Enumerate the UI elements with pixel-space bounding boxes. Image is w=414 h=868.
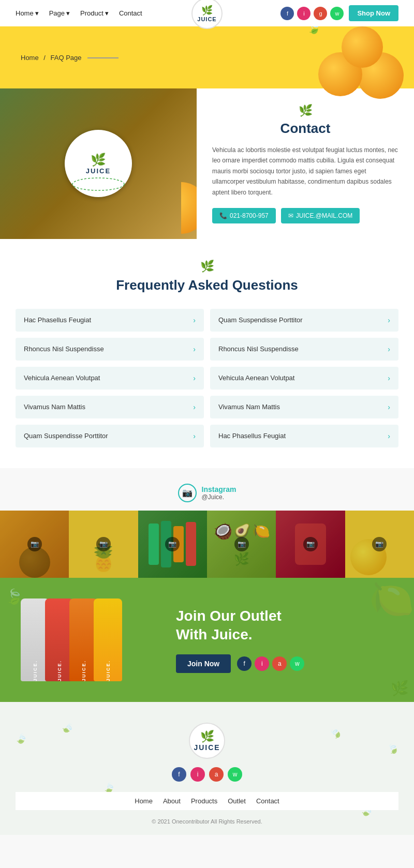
instagram-photo-6[interactable]: 📷 [345, 511, 414, 578]
breadcrumb: Home / FAQ Page [21, 54, 119, 62]
navbar: Home ▾ Page ▾ Product ▾ Contact 🌿 JUICE … [0, 0, 414, 26]
join-google-icon[interactable]: a [272, 656, 287, 671]
faq-item-left-0[interactable]: Hac Phasellus Feugiat› [16, 309, 204, 332]
svg-point-0 [72, 178, 124, 190]
footer-logo-circle: 🌿 JUICE [189, 723, 225, 759]
footer: 🍃 🍃 🍃 🍃 🍃 🍃 🍃 🍃 🌿 JUICE f i a w HomeAbou… [0, 702, 414, 835]
instagram-section: 📷 Instagram @Juice. 📷 🍍 📷 📷 🥥🥑 [0, 468, 414, 578]
footer-copyright: © 2021 Onecontributor All Rights Reserve… [16, 818, 398, 825]
juice-bottles: JUICE. JUICE. JUICE. JUICE. [21, 598, 166, 681]
shop-now-button[interactable]: Shop Now [349, 5, 398, 21]
contact-leaf-icon: 🌿 [212, 104, 398, 117]
site-logo: 🌿 JUICE [191, 0, 223, 29]
email-icon: ✉ [288, 212, 293, 219]
faq-item-right-3[interactable]: Vivamus Nam Mattis› [210, 396, 398, 418]
footer-nav-contact[interactable]: Contact [256, 797, 279, 805]
google-icon[interactable]: g [314, 7, 327, 20]
breadcrumb-current: FAQ Page [51, 54, 82, 62]
instagram-camera-icon: 📷 [27, 537, 42, 551]
instagram-photo-2[interactable]: 🍍 📷 [69, 511, 138, 578]
hero-oranges-decoration: 🍃 🌿 🍃 [300, 16, 414, 99]
bottle-label-2: JUICE. [57, 657, 62, 681]
faq-item-right-1[interactable]: Rhoncus Nisl Suspendisse› [210, 338, 398, 361]
hero-banner: Home / FAQ Page 🍃 🌿 🍃 [0, 26, 414, 88]
phone-icon: 📞 [219, 212, 227, 219]
footer-nav-outlet[interactable]: Outlet [228, 797, 246, 805]
footer-whatsapp[interactable]: w [228, 767, 242, 782]
email-button[interactable]: ✉ JUICE.@MAIL.COM [281, 208, 360, 223]
contact-description: Vehicula ac lobortis molestie est volutp… [212, 145, 398, 198]
leaf-deco-right: 🌿 [391, 680, 409, 697]
join-facebook-icon[interactable]: f [237, 656, 252, 671]
nav-home[interactable]: Home ▾ [16, 9, 39, 17]
phone-button[interactable]: 📞 Home 021-8700-957 [212, 208, 276, 223]
instagram-icon: 📷 [178, 484, 197, 502]
faq-grid: Hac Phasellus Feugiat›Quam Suspendisse P… [16, 309, 398, 447]
chevron-down-icon: ▾ [105, 9, 109, 17]
instagram-photo-1[interactable]: 📷 [0, 511, 69, 578]
faq-item-right-2[interactable]: Vehicula Aenean Volutpat› [210, 367, 398, 390]
contact-buttons: 📞 Home 021-8700-957 ✉ JUICE.@MAIL.COM [212, 208, 398, 223]
nav-page[interactable]: Page ▾ [49, 9, 70, 17]
faq-item-right-0[interactable]: Quam Suspendisse Porttitor› [210, 309, 398, 332]
faq-arrow: › [193, 374, 196, 382]
nav-right: f i g w Shop Now [280, 5, 398, 21]
faq-item-left-1[interactable]: Rhoncus Nisl Suspendisse› [16, 338, 204, 361]
instagram-camera-icon-6: 📷 [372, 537, 387, 551]
footer-socials: f i a w [16, 767, 398, 782]
bottle-label-1: JUICE. [33, 657, 38, 681]
breadcrumb-line [87, 57, 119, 58]
footer-logo: 🌿 JUICE [16, 723, 398, 759]
nav-links: Home ▾ Page ▾ Product ▾ Contact [16, 9, 142, 17]
footer-nav-products[interactable]: Products [191, 797, 217, 805]
instagram-photo-4[interactable]: 🥥🥑 🍋🌿 📷 [207, 511, 276, 578]
instagram-icon[interactable]: i [297, 7, 310, 20]
chevron-down-icon: ▾ [35, 9, 39, 17]
join-now-button[interactable]: Join Now [176, 654, 231, 673]
join-instagram-icon[interactable]: i [255, 656, 269, 671]
footer-instagram[interactable]: i [190, 767, 205, 782]
footer-google[interactable]: a [209, 767, 224, 782]
faq-section: 🌿 Frequently Asked Questions Hac Phasell… [0, 239, 414, 468]
faq-arrow: › [193, 316, 196, 324]
instagram-camera-icon-3: 📷 [165, 537, 180, 551]
faq-arrow: › [388, 316, 390, 324]
join-content: Join Our OutletWith Juice. Join Now f i … [166, 607, 393, 674]
nav-socials: f i g w [280, 7, 344, 20]
footer-leaf-icon: 🌿 [200, 730, 214, 743]
footer-nav-home[interactable]: Home [135, 797, 153, 805]
whatsapp-icon[interactable]: w [330, 7, 344, 20]
contact-title: Contact [212, 121, 398, 137]
bottle-4: JUICE. [94, 598, 122, 681]
facebook-icon[interactable]: f [280, 7, 294, 20]
join-whatsapp-icon[interactable]: w [290, 656, 304, 671]
footer-nav-about[interactable]: About [163, 797, 181, 805]
leaf-icon: 🌿 [201, 5, 213, 16]
bg-deco: 🍋 [369, 578, 414, 620]
faq-item-right-4[interactable]: Hac Phasellus Feugiat› [210, 425, 398, 447]
faq-arrow: › [388, 403, 390, 411]
instagram-camera-icon-2: 📷 [96, 537, 111, 551]
faq-arrow: › [193, 345, 196, 353]
nav-product[interactable]: Product ▾ [80, 9, 109, 17]
instagram-photo-3[interactable]: 📷 [138, 511, 207, 578]
faq-item-left-3[interactable]: Vivamus Nam Mattis› [16, 396, 204, 418]
faq-item-left-4[interactable]: Quam Suspendisse Porttitor› [16, 425, 204, 447]
faq-arrow: › [193, 403, 196, 411]
faq-arrow: › [388, 345, 390, 353]
chevron-down-icon: ▾ [66, 9, 70, 17]
instagram-photo-5[interactable]: 📷 [276, 511, 345, 578]
bottle-label-4: JUICE. [106, 657, 111, 681]
sign-logo-text: JUICE [86, 167, 111, 175]
join-actions: Join Now f i a w [176, 654, 393, 673]
footer-logo-text: JUICE [194, 743, 220, 752]
faq-arrow: › [388, 432, 390, 440]
leaf-deco-left: 🍃 [5, 588, 23, 605]
instagram-camera-icon-4: 📷 [234, 537, 249, 551]
footer-nav: HomeAboutProductsOutletContact [16, 792, 398, 810]
faq-item-left-2[interactable]: Vehicula Aenean Volutpat› [16, 367, 204, 390]
juice-sign: 🌿 JUICE [65, 130, 132, 197]
nav-contact[interactable]: Contact [119, 9, 142, 17]
footer-facebook[interactable]: f [172, 767, 186, 782]
join-banner: JUICE. JUICE. JUICE. JUICE. Join Our Out… [0, 578, 414, 702]
